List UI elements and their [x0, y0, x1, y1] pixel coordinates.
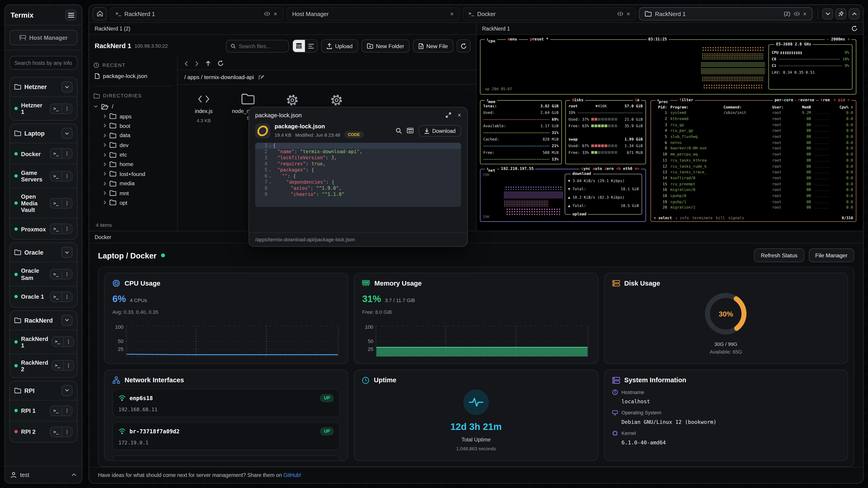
breadcrumb[interactable]: / apps / termix-download-api	[178, 70, 476, 85]
new-file-button[interactable]: New File	[413, 39, 454, 53]
new-folder-button[interactable]: New Folder	[362, 39, 410, 53]
tree-item[interactable]: data	[94, 131, 173, 140]
open-terminal-button[interactable]: >_	[52, 361, 64, 370]
forward-icon[interactable]	[195, 61, 199, 66]
host-row[interactable]: RPI 2 >_ ⋮	[10, 421, 77, 442]
host-row[interactable]: Game Servers >_ ⋮	[10, 164, 77, 188]
host-row[interactable]: RackNerd 2 >_ ⋮	[10, 353, 77, 377]
expand-icon[interactable]	[445, 112, 451, 118]
host-menu-button[interactable]: ⋮	[62, 104, 72, 113]
host-row[interactable]: Oracle 1 >_ ⋮	[10, 286, 77, 307]
host-row[interactable]: RackNerd 1 >_ ⋮	[10, 330, 77, 354]
host-group-header[interactable]: Laptop	[10, 124, 77, 143]
search-in-file-icon[interactable]	[396, 127, 402, 133]
host-menu-button[interactable]: ⋮	[62, 171, 72, 181]
list-view-button[interactable]	[305, 40, 317, 52]
chevron-down-icon[interactable]	[61, 81, 72, 92]
chevron-down-icon[interactable]	[61, 315, 72, 326]
open-terminal-button[interactable]: >_	[51, 292, 62, 301]
close-tab-icon[interactable]: ×	[450, 10, 454, 17]
download-button[interactable]: Download	[418, 125, 461, 136]
github-link[interactable]: GitHub!	[283, 472, 301, 478]
home-button[interactable]	[92, 7, 107, 20]
open-terminal-button[interactable]: >_	[51, 224, 62, 234]
tree-item[interactable]: etc	[94, 150, 173, 160]
open-terminal-button[interactable]: >_	[51, 149, 62, 158]
host-menu-button[interactable]: ⋮	[62, 224, 72, 234]
interface-row[interactable]: br-73718f7a09d2 UP 172.19.0.1	[112, 422, 340, 451]
tree-item[interactable]: lost+found	[94, 169, 173, 179]
tab-racknerd-1[interactable]: >_RackNerd 1 ×	[110, 7, 283, 20]
chevron-down-icon[interactable]	[61, 247, 72, 258]
open-terminal-button[interactable]: >_	[51, 171, 62, 181]
refresh-status-button[interactable]: Refresh Status	[754, 249, 804, 262]
interface-row[interactable]: enp6s18 UP 192.168.68.11	[112, 389, 340, 417]
host-group-header[interactable]: RPI	[10, 381, 77, 400]
host-search-input[interactable]	[9, 56, 78, 70]
sync-icon[interactable]	[851, 26, 858, 32]
upload-button[interactable]: Upload	[321, 39, 358, 53]
tab-host-manager[interactable]: Host Manager ×	[286, 7, 460, 20]
up-icon[interactable]	[206, 61, 211, 66]
tree-item[interactable]: media	[94, 179, 173, 188]
tab-racknerd-1[interactable]: RackNerd 1 (2) ×	[639, 7, 813, 20]
host-manager-button[interactable]: Host Manager	[9, 30, 78, 45]
file-manager-button[interactable]: File Manager	[809, 249, 854, 262]
host-row[interactable]: Docker >_ ⋮	[10, 143, 77, 164]
host-row[interactable]: Hetzner 1 >_ ⋮	[10, 96, 77, 120]
tree-item[interactable]: opt	[94, 198, 173, 207]
host-group-header[interactable]: Oracle	[10, 243, 77, 262]
host-menu-button[interactable]: ⋮	[62, 427, 72, 436]
edit-path-icon[interactable]	[258, 74, 264, 80]
host-menu-button[interactable]: ⋮	[62, 406, 72, 416]
host-row[interactable]: Open Media Vault >_ ⋮	[10, 188, 77, 218]
open-terminal-button[interactable]: >_	[51, 199, 62, 208]
host-menu-button[interactable]: ⋮	[64, 361, 73, 370]
chevron-down-icon[interactable]	[61, 128, 72, 139]
interface-row[interactable]: br-d6abe1b5cab4 UP 172.20.0.1	[112, 455, 340, 461]
tree-item[interactable]: home	[94, 160, 173, 169]
open-terminal-button[interactable]: >_	[51, 104, 62, 113]
close-icon[interactable]: ×	[458, 112, 461, 119]
open-terminal-button[interactable]: >_	[51, 269, 62, 279]
host-menu-button[interactable]: ⋮	[64, 337, 73, 347]
host-menu-button[interactable]: ⋮	[62, 269, 72, 279]
grid-view-button[interactable]	[293, 40, 305, 52]
terminal-screen[interactable]: 1cpu menu preset * 03:31:25 - 2000ms +	[477, 35, 863, 231]
host-menu-button[interactable]: ⋮	[62, 199, 72, 208]
tree-item[interactable]: boot	[94, 121, 173, 131]
reload-icon[interactable]	[217, 60, 223, 66]
file-search[interactable]	[226, 39, 289, 52]
host-row[interactable]: Oracle Sam >_ ⋮	[10, 262, 77, 286]
open-terminal-button[interactable]: >_	[51, 427, 62, 436]
host-row[interactable]: RPI 1 >_ ⋮	[10, 400, 77, 421]
hex-view-icon[interactable]	[407, 128, 413, 133]
file-search-input[interactable]	[239, 43, 284, 49]
tree-item[interactable]: mnt	[94, 188, 173, 198]
open-terminal-button[interactable]: >_	[51, 406, 62, 416]
tree-item[interactable]: apps	[94, 111, 173, 121]
chevron-down-icon[interactable]	[61, 385, 72, 396]
code-preview[interactable]: 1⌄{2"name": "termix-download-api",3"lock…	[255, 143, 461, 207]
file-tile[interactable]: index.js 4.3 KB	[188, 94, 220, 123]
host-row[interactable]: Proxmox >_ ⋮	[10, 218, 77, 239]
expand-tabs-button[interactable]	[848, 8, 860, 19]
host-menu-button[interactable]: ⋮	[62, 292, 72, 301]
collapse-tabs-button[interactable]	[822, 8, 833, 19]
open-terminal-button[interactable]: >_	[52, 337, 64, 347]
close-tab-icon[interactable]: ×	[627, 10, 630, 17]
refresh-button[interactable]	[457, 39, 470, 53]
sidebar-footer[interactable]: test	[5, 466, 82, 483]
tree-item[interactable]: dev	[94, 140, 173, 150]
close-tab-icon[interactable]: ×	[803, 10, 807, 17]
tree-root[interactable]: /	[94, 102, 173, 111]
tab-docker[interactable]: >_Docker ×	[463, 7, 636, 20]
chevron-up-icon[interactable]	[71, 473, 76, 477]
split-icon[interactable]	[264, 11, 270, 16]
close-tab-icon[interactable]: ×	[274, 10, 277, 17]
host-group-header[interactable]: RackNerd	[10, 311, 77, 329]
host-group-header[interactable]: Hetzner	[10, 77, 77, 96]
menu-button[interactable]	[65, 9, 76, 21]
host-menu-button[interactable]: ⋮	[62, 149, 72, 158]
split-icon[interactable]	[617, 11, 623, 16]
